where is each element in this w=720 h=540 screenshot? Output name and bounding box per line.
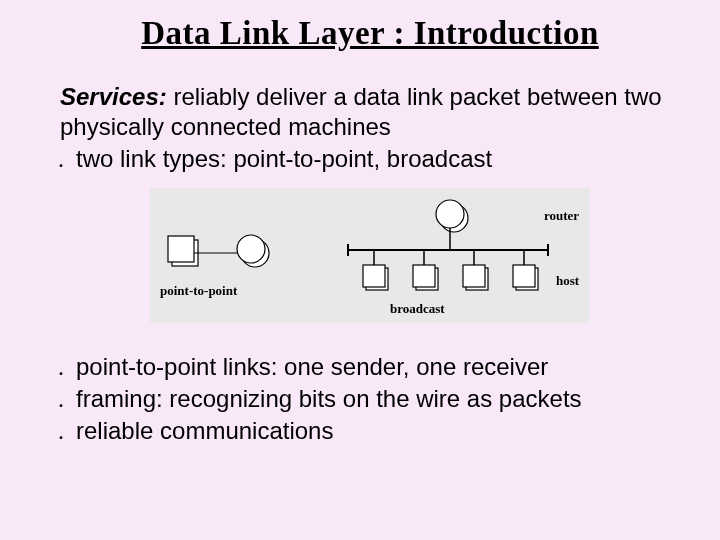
intro-label: Services: xyxy=(60,83,167,110)
bullet-item: . reliable communications xyxy=(60,416,680,446)
label-broadcast: broadcast xyxy=(390,301,445,317)
figure-container: point-to-point router host broadcast xyxy=(60,188,680,330)
bullet-text: framing: recognizing bits on the wire as… xyxy=(76,384,680,414)
host-icon xyxy=(463,265,488,290)
svg-rect-3 xyxy=(413,265,435,287)
bullet-item: . framing: recognizing bits on the wire … xyxy=(60,384,680,414)
intro-paragraph: Services: reliably deliver a data link p… xyxy=(60,82,680,142)
bullet-item: . two link types: point-to-point, broadc… xyxy=(60,144,680,174)
diagram-svg xyxy=(150,188,590,323)
bullet-icon: . xyxy=(58,144,76,174)
host-icon xyxy=(168,236,194,262)
router-icon xyxy=(436,200,464,228)
label-router: router xyxy=(544,208,579,224)
bullet-icon: . xyxy=(58,352,76,382)
network-diagram: point-to-point router host broadcast xyxy=(150,188,590,323)
label-point-to-point: point-to-point xyxy=(160,283,237,299)
label-host: host xyxy=(556,273,579,289)
host-icon xyxy=(363,265,388,290)
bullet-item: . point-to-point links: one sender, one … xyxy=(60,352,680,382)
page-title: Data Link Layer : Introduction xyxy=(60,15,680,52)
bullet-icon: . xyxy=(58,416,76,446)
host-icon xyxy=(413,265,438,290)
host-icon xyxy=(513,265,538,290)
svg-rect-1 xyxy=(363,265,385,287)
bullet-icon: . xyxy=(58,384,76,414)
svg-rect-5 xyxy=(463,265,485,287)
body-text: Services: reliably deliver a data link p… xyxy=(60,82,680,446)
bullet-text: reliable communications xyxy=(76,416,680,446)
slide: Data Link Layer : Introduction Services:… xyxy=(0,0,720,540)
svg-rect-7 xyxy=(513,265,535,287)
bullet-text: point-to-point links: one sender, one re… xyxy=(76,352,680,382)
bullet-text: two link types: point-to-point, broadcas… xyxy=(76,144,680,174)
router-icon xyxy=(237,235,265,263)
